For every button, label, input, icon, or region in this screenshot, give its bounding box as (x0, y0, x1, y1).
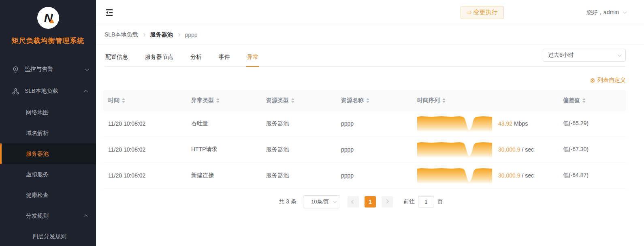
cell-time-series: 30,000.9 / sec (412, 163, 558, 188)
time-range-value: 过去6小时 (548, 51, 618, 59)
table-row: 11/20 10:08:02 新建连接 服务器池 pppp 30,000.9 /… (103, 163, 626, 188)
cell-time-series: 43.92 Mbps (412, 111, 558, 137)
sidebar-item-dispatch-rules[interactable]: 分发规则 (0, 205, 96, 226)
sidebar-item-label: 监控与告警 (25, 66, 85, 73)
cell-resource-type: 服务器池 (261, 111, 336, 137)
sidebar-item-l4-dispatch-rules[interactable]: 四层分发规则 (0, 226, 96, 246)
logo-triangle-icon (49, 19, 54, 23)
sort-icon[interactable] (442, 98, 446, 103)
sidebar-item-virtual-service[interactable]: 虚拟服务 (0, 164, 96, 185)
change-execution-label: 变更执行 (473, 9, 498, 16)
list-customize-link[interactable]: ⚙ 列表自定义 (590, 77, 626, 84)
chevron-down-icon (623, 10, 627, 14)
cell-anomaly-type: 新建连接 (186, 163, 261, 188)
customize-row: ⚙ 列表自定义 (96, 67, 644, 90)
tab-analysis[interactable]: 分析 (190, 53, 203, 66)
logo-circle: N (37, 7, 59, 29)
page-number-current[interactable]: 1 (365, 196, 376, 207)
chevron-right-icon (385, 199, 389, 203)
tab-config-info[interactable]: 配置信息 (104, 53, 129, 66)
sidebar-item-label: 分发规则 (26, 212, 49, 220)
logo: N (0, 0, 96, 29)
metric-value: 30,000.9 (498, 172, 520, 179)
chevron-down-icon (85, 67, 89, 71)
goto-page-input[interactable] (418, 196, 434, 207)
cell-resource-name: pppp (336, 137, 412, 163)
tab-server-nodes[interactable]: 服务器节点 (144, 53, 174, 66)
tabs-row: 配置信息 服务器节点 分析 事件 异常 过去6小时 (96, 45, 644, 67)
table-header-row: 时间 异常类型 资源类型 资源名称 时间序列 偏差值 (103, 90, 626, 111)
breadcrumb-separator-icon (142, 33, 145, 36)
sidebar-item-server-pool[interactable]: 服务器池 (0, 143, 96, 164)
metric-value: 43.92 (498, 120, 512, 127)
metric-unit: / sec (522, 146, 534, 153)
sidebar-item-monitoring[interactable]: 监控与告警 (0, 58, 96, 80)
sidebar-item-slb[interactable]: SLB本地负载 (0, 80, 96, 102)
pagination: 共 3 条 10条/页 1 前往 页 (96, 189, 644, 208)
cell-resource-type: 服务器池 (261, 137, 336, 163)
list-customize-label: 列表自定义 (597, 77, 626, 84)
sort-icon[interactable] (216, 98, 220, 103)
sidebar-item-network-map[interactable]: 网络地图 (0, 102, 96, 123)
column-header-anomaly-type[interactable]: 异常类型 (186, 90, 261, 111)
sidebar-item-label: 虚拟服务 (26, 171, 49, 178)
cell-time: 11/20 10:08:02 (103, 163, 186, 188)
gear-icon: ⚙ (590, 77, 595, 83)
table-row: 11/20 10:08:02 HTTP请求 服务器池 pppp 30,000.9… (103, 137, 626, 163)
tab-anomaly[interactable]: 异常 (246, 53, 259, 66)
user-menu[interactable]: 您好，admin (586, 9, 626, 16)
sidebar-item-label: 网络地图 (26, 109, 49, 116)
cell-anomaly-type: HTTP请求 (186, 137, 261, 163)
sparkline-chart (417, 167, 492, 184)
sidebar-item-dns[interactable]: 域名解析 (0, 123, 96, 143)
cell-deviation: 低(-65.29) (558, 111, 626, 137)
metric-unit: / sec (522, 172, 534, 179)
tab-events[interactable]: 事件 (218, 53, 231, 66)
sidebar-item-health-check[interactable]: 健康检查 (0, 185, 96, 205)
main-area: ⇨ 变更执行 您好，admin SLB本地负载 服务器池 pppp 配置信息 服… (96, 0, 644, 246)
time-range-select[interactable]: 过去6小时 (543, 49, 626, 62)
column-header-time[interactable]: 时间 (103, 90, 186, 111)
system-title: 矩尺负载均衡管理系统 (0, 36, 96, 45)
chevron-left-icon (352, 200, 356, 204)
cell-time-series: 30,000.9 / sec (412, 137, 558, 163)
column-header-resource-name[interactable]: 资源名称 (336, 90, 412, 111)
page-size-select[interactable]: 10条/页 (303, 195, 340, 208)
sidebar-item-label: SLB本地负载 (25, 88, 85, 95)
table-row: 11/20 10:08:02 吞吐量 服务器池 pppp 43.92 Mbps (103, 111, 626, 137)
column-header-deviation[interactable]: 偏差值 (558, 90, 626, 111)
breadcrumb-item-server-pool[interactable]: 服务器池 (150, 31, 173, 39)
chevron-down-icon (333, 199, 337, 203)
prev-page-button[interactable] (348, 196, 359, 207)
cell-anomaly-type: 吞吐量 (186, 111, 261, 137)
column-header-time-series[interactable]: 时间序列 (412, 90, 558, 111)
sort-icon[interactable] (366, 98, 369, 103)
chevron-down-icon (618, 53, 622, 57)
sort-icon[interactable] (582, 98, 586, 103)
sidebar-item-label: 四层分发规则 (32, 233, 66, 240)
collapse-sidebar-icon[interactable] (104, 8, 114, 17)
breadcrumb-separator-icon (177, 33, 180, 36)
cell-deviation: 低(-64.87) (558, 163, 626, 188)
page-size-value: 10条/页 (307, 198, 333, 205)
greeting-text: 您好，admin (586, 9, 619, 16)
cell-time: 11/20 10:08:02 (103, 137, 186, 163)
sort-icon[interactable] (122, 98, 125, 103)
sidebar-item-label: 服务器池 (26, 150, 49, 158)
pagination-total: 共 3 条 (279, 198, 296, 205)
app-root: N 矩尺负载均衡管理系统 监控与告警 SLB本地负载 (0, 0, 644, 246)
breadcrumb-item-slb[interactable]: SLB本地负载 (104, 31, 138, 39)
metric-value: 30,000.9 (498, 146, 520, 153)
topbar: ⇨ 变更执行 您好，admin (96, 0, 644, 25)
sidebar-menu: 监控与告警 SLB本地负载 网络地图 域名解析 服务器池 虚 (0, 58, 96, 246)
anomaly-table: 时间 异常类型 资源类型 资源名称 时间序列 偏差值 11/20 10:08:0… (103, 90, 626, 189)
goto-page: 前往 页 (403, 196, 443, 207)
change-execution-button[interactable]: ⇨ 变更执行 (461, 6, 504, 19)
sidebar: N 矩尺负载均衡管理系统 监控与告警 SLB本地负载 (0, 0, 96, 246)
column-header-resource-type[interactable]: 资源类型 (261, 90, 336, 111)
sort-icon[interactable] (291, 98, 294, 103)
breadcrumb: SLB本地负载 服务器池 pppp (96, 25, 644, 45)
right-arrow-icon: ⇨ (467, 9, 472, 16)
next-page-button[interactable] (382, 196, 393, 207)
cell-resource-type: 服务器池 (261, 163, 336, 188)
